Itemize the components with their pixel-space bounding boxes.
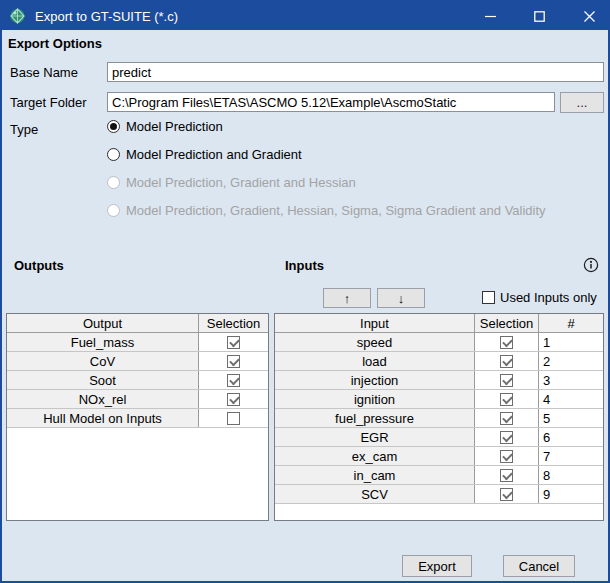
type-option-label: Model Prediction, Gradient and Hessian xyxy=(126,175,356,190)
base-name-input[interactable] xyxy=(107,62,604,82)
used-inputs-only-checkbox[interactable] xyxy=(482,291,495,304)
used-inputs-only[interactable]: Used Inputs only xyxy=(482,290,597,305)
input-selection-checkbox[interactable] xyxy=(500,450,513,463)
input-selection-cell xyxy=(475,390,539,408)
input-name[interactable]: ignition xyxy=(275,390,475,408)
output-selection-checkbox[interactable] xyxy=(227,355,240,368)
table-row: EGR6 xyxy=(275,428,603,447)
inputs-col-number[interactable]: # xyxy=(539,314,603,332)
input-number: 8 xyxy=(539,466,603,484)
output-name[interactable]: Hull Model on Inputs xyxy=(7,409,199,427)
radio-icon[interactable] xyxy=(107,148,120,161)
input-selection-cell xyxy=(475,352,539,370)
radio-icon[interactable] xyxy=(107,120,120,133)
info-icon[interactable] xyxy=(583,257,599,273)
inputs-col-input[interactable]: Input xyxy=(275,314,475,332)
input-name[interactable]: EGR xyxy=(275,428,475,446)
output-name[interactable]: CoV xyxy=(7,352,199,370)
minimize-button[interactable] xyxy=(470,2,510,30)
type-option[interactable]: Model Prediction and Gradient xyxy=(107,147,546,162)
export-dialog: Export to GT-SUITE (*.c) Export Options … xyxy=(0,0,610,583)
radio-icon xyxy=(107,204,120,217)
input-selection-checkbox[interactable] xyxy=(500,488,513,501)
target-folder-label: Target Folder xyxy=(10,95,87,110)
type-option: Model Prediction, Gradient, Hessian, Sig… xyxy=(107,203,546,218)
export-button[interactable]: Export xyxy=(402,555,472,577)
type-radio-group: Model PredictionModel Prediction and Gra… xyxy=(107,119,546,218)
minimize-icon xyxy=(485,11,496,22)
input-selection-cell xyxy=(475,371,539,389)
outputs-table: Output Selection Fuel_massCoVSootNOx_rel… xyxy=(6,313,269,521)
input-number: 7 xyxy=(539,447,603,465)
input-name[interactable]: in_cam xyxy=(275,466,475,484)
input-selection-cell xyxy=(475,466,539,484)
export-options-heading: Export Options xyxy=(8,36,102,51)
maximize-button[interactable] xyxy=(519,2,559,30)
cancel-button[interactable]: Cancel xyxy=(503,555,575,577)
output-selection-checkbox[interactable] xyxy=(227,374,240,387)
input-selection-checkbox[interactable] xyxy=(500,374,513,387)
input-selection-checkbox[interactable] xyxy=(500,393,513,406)
outputs-table-body: Fuel_massCoVSootNOx_relHull Model on Inp… xyxy=(7,333,268,428)
input-name[interactable]: SCV xyxy=(275,485,475,503)
output-selection-checkbox[interactable] xyxy=(227,336,240,349)
table-row: CoV xyxy=(7,352,268,371)
output-name[interactable]: NOx_rel xyxy=(7,390,199,408)
table-row: Fuel_mass xyxy=(7,333,268,352)
move-down-button[interactable]: ↓ xyxy=(377,288,425,308)
output-selection-cell xyxy=(199,371,268,389)
input-name[interactable]: fuel_pressure xyxy=(275,409,475,427)
table-row: Soot xyxy=(7,371,268,390)
inputs-table-body: speed1load2injection3ignition4fuel_press… xyxy=(275,333,603,504)
titlebar: Export to GT-SUITE (*.c) xyxy=(2,2,608,30)
move-up-button[interactable]: ↑ xyxy=(323,288,371,308)
output-name[interactable]: Fuel_mass xyxy=(7,333,199,351)
table-row: injection3 xyxy=(275,371,603,390)
input-number: 5 xyxy=(539,409,603,427)
input-selection-checkbox[interactable] xyxy=(500,336,513,349)
input-selection-cell xyxy=(475,409,539,427)
input-name[interactable]: load xyxy=(275,352,475,370)
input-selection-cell xyxy=(475,485,539,503)
input-selection-checkbox[interactable] xyxy=(500,469,513,482)
radio-icon xyxy=(107,176,120,189)
output-selection-cell xyxy=(199,333,268,351)
table-row: in_cam8 xyxy=(275,466,603,485)
target-folder-input[interactable] xyxy=(107,92,555,112)
close-button[interactable] xyxy=(569,2,609,30)
input-selection-cell xyxy=(475,447,539,465)
output-selection-checkbox[interactable] xyxy=(227,412,240,425)
output-selection-checkbox[interactable] xyxy=(227,393,240,406)
outputs-table-header: Output Selection xyxy=(7,314,268,333)
type-option[interactable]: Model Prediction xyxy=(107,119,546,134)
inputs-heading: Inputs xyxy=(285,258,324,273)
type-option-label: Model Prediction and Gradient xyxy=(126,147,302,162)
input-selection-checkbox[interactable] xyxy=(500,355,513,368)
outputs-col-selection[interactable]: Selection xyxy=(199,314,268,332)
input-name[interactable]: ex_cam xyxy=(275,447,475,465)
table-row: load2 xyxy=(275,352,603,371)
input-number: 6 xyxy=(539,428,603,446)
maximize-icon xyxy=(534,11,545,22)
input-name[interactable]: speed xyxy=(275,333,475,351)
input-number: 1 xyxy=(539,333,603,351)
type-label: Type xyxy=(10,122,38,137)
inputs-table: Input Selection # speed1load2injection3i… xyxy=(274,313,604,521)
input-selection-cell xyxy=(475,333,539,351)
table-row: SCV9 xyxy=(275,485,603,504)
outputs-heading: Outputs xyxy=(14,258,64,273)
input-number: 4 xyxy=(539,390,603,408)
table-row: fuel_pressure5 xyxy=(275,409,603,428)
output-name[interactable]: Soot xyxy=(7,371,199,389)
table-row: speed1 xyxy=(275,333,603,352)
table-row: NOx_rel xyxy=(7,390,268,409)
browse-button[interactable]: ... xyxy=(560,92,604,113)
outputs-col-output[interactable]: Output xyxy=(7,314,199,332)
input-number: 9 xyxy=(539,485,603,503)
output-selection-cell xyxy=(199,409,268,427)
input-selection-checkbox[interactable] xyxy=(500,431,513,444)
input-selection-checkbox[interactable] xyxy=(500,412,513,425)
input-name[interactable]: injection xyxy=(275,371,475,389)
inputs-col-selection[interactable]: Selection xyxy=(475,314,539,332)
output-selection-cell xyxy=(199,352,268,370)
